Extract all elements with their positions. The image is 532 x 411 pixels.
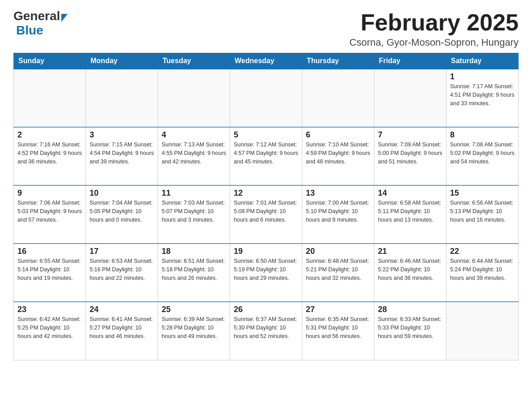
day-header-monday: Monday	[86, 53, 158, 69]
calendar-day-cell: 2Sunrise: 7:16 AM Sunset: 4:52 PM Daylig…	[14, 127, 86, 185]
day-number: 19	[234, 247, 298, 256]
day-info: Sunrise: 6:50 AM Sunset: 5:19 PM Dayligh…	[234, 257, 298, 282]
day-number: 14	[378, 188, 442, 198]
day-info: Sunrise: 7:16 AM Sunset: 4:52 PM Dayligh…	[17, 141, 82, 166]
day-info: Sunrise: 7:04 AM Sunset: 5:05 PM Dayligh…	[90, 199, 154, 224]
day-number: 2	[17, 130, 82, 140]
calendar-day-cell: 10Sunrise: 7:04 AM Sunset: 5:05 PM Dayli…	[86, 185, 158, 244]
calendar-day-cell: 3Sunrise: 7:15 AM Sunset: 4:54 PM Daylig…	[86, 127, 158, 185]
logo-triangle-icon	[61, 14, 68, 22]
day-info: Sunrise: 6:48 AM Sunset: 5:21 PM Dayligh…	[306, 257, 370, 282]
day-number: 1	[450, 72, 515, 81]
day-info: Sunrise: 7:06 AM Sunset: 5:03 PM Dayligh…	[17, 199, 82, 224]
day-info: Sunrise: 6:39 AM Sunset: 5:28 PM Dayligh…	[162, 315, 226, 340]
calendar-day-cell: 11Sunrise: 7:03 AM Sunset: 5:07 PM Dayli…	[158, 185, 230, 244]
day-info: Sunrise: 6:58 AM Sunset: 5:11 PM Dayligh…	[378, 199, 442, 224]
day-info: Sunrise: 6:42 AM Sunset: 5:25 PM Dayligh…	[17, 315, 82, 340]
calendar-day-cell	[158, 69, 230, 127]
day-header-thursday: Thursday	[302, 53, 374, 69]
title-area: February 2025 Csorna, Gyor-Moson-Sopron,…	[349, 9, 519, 48]
day-info: Sunrise: 7:08 AM Sunset: 5:02 PM Dayligh…	[450, 141, 515, 166]
day-info: Sunrise: 7:10 AM Sunset: 4:59 PM Dayligh…	[306, 141, 370, 166]
calendar-day-cell	[86, 69, 158, 127]
day-info: Sunrise: 6:46 AM Sunset: 5:22 PM Dayligh…	[378, 257, 442, 282]
day-info: Sunrise: 6:44 AM Sunset: 5:24 PM Dayligh…	[450, 257, 515, 282]
day-number: 22	[450, 247, 515, 256]
day-info: Sunrise: 6:55 AM Sunset: 5:14 PM Dayligh…	[17, 257, 82, 282]
day-number: 17	[90, 247, 154, 256]
day-info: Sunrise: 6:35 AM Sunset: 5:31 PM Dayligh…	[306, 315, 370, 340]
calendar-week-row: 2Sunrise: 7:16 AM Sunset: 4:52 PM Daylig…	[14, 127, 519, 185]
day-number: 18	[162, 247, 226, 256]
calendar-day-cell	[14, 69, 86, 127]
day-number: 15	[450, 188, 515, 198]
calendar-day-cell: 4Sunrise: 7:13 AM Sunset: 4:55 PM Daylig…	[158, 127, 230, 185]
day-number: 13	[306, 188, 370, 198]
month-title: February 2025	[349, 9, 519, 36]
calendar-day-cell: 23Sunrise: 6:42 AM Sunset: 5:25 PM Dayli…	[14, 302, 86, 360]
calendar-day-cell	[446, 302, 519, 360]
day-info: Sunrise: 6:37 AM Sunset: 5:30 PM Dayligh…	[234, 315, 298, 340]
calendar-day-cell: 6Sunrise: 7:10 AM Sunset: 4:59 PM Daylig…	[302, 127, 374, 185]
calendar-day-cell	[302, 69, 374, 127]
calendar-table: SundayMondayTuesdayWednesdayThursdayFrid…	[13, 53, 519, 360]
day-info: Sunrise: 6:53 AM Sunset: 5:16 PM Dayligh…	[90, 257, 154, 282]
day-number: 12	[234, 188, 298, 198]
day-number: 23	[17, 305, 82, 314]
calendar-week-row: 9Sunrise: 7:06 AM Sunset: 5:03 PM Daylig…	[14, 185, 519, 244]
day-number: 4	[162, 130, 226, 140]
day-info: Sunrise: 6:51 AM Sunset: 5:18 PM Dayligh…	[162, 257, 226, 282]
calendar-day-cell: 9Sunrise: 7:06 AM Sunset: 5:03 PM Daylig…	[14, 185, 86, 244]
day-number: 21	[378, 247, 442, 256]
day-info: Sunrise: 6:41 AM Sunset: 5:27 PM Dayligh…	[90, 315, 154, 340]
logo: General Blue	[13, 9, 68, 38]
day-header-saturday: Saturday	[446, 53, 519, 69]
day-info: Sunrise: 7:01 AM Sunset: 5:08 PM Dayligh…	[234, 199, 298, 224]
calendar-day-cell: 15Sunrise: 6:56 AM Sunset: 5:13 PM Dayli…	[446, 185, 519, 244]
calendar-day-cell: 14Sunrise: 6:58 AM Sunset: 5:11 PM Dayli…	[374, 185, 446, 244]
day-number: 8	[450, 130, 515, 140]
calendar-day-cell: 8Sunrise: 7:08 AM Sunset: 5:02 PM Daylig…	[446, 127, 519, 185]
day-info: Sunrise: 7:00 AM Sunset: 5:10 PM Dayligh…	[306, 199, 370, 224]
day-info: Sunrise: 7:12 AM Sunset: 4:57 PM Dayligh…	[234, 141, 298, 166]
logo-general-text: General	[13, 9, 60, 23]
day-number: 28	[378, 305, 442, 314]
calendar-day-cell: 18Sunrise: 6:51 AM Sunset: 5:18 PM Dayli…	[158, 244, 230, 302]
day-number: 25	[162, 305, 226, 314]
day-info: Sunrise: 7:03 AM Sunset: 5:07 PM Dayligh…	[162, 199, 226, 224]
calendar-day-cell: 16Sunrise: 6:55 AM Sunset: 5:14 PM Dayli…	[14, 244, 86, 302]
calendar-day-cell: 7Sunrise: 7:09 AM Sunset: 5:00 PM Daylig…	[374, 127, 446, 185]
day-info: Sunrise: 7:15 AM Sunset: 4:54 PM Dayligh…	[90, 141, 154, 166]
day-number: 9	[17, 188, 82, 198]
day-number: 26	[234, 305, 298, 314]
calendar-day-cell: 1Sunrise: 7:17 AM Sunset: 4:51 PM Daylig…	[446, 69, 519, 127]
day-header-sunday: Sunday	[14, 53, 86, 69]
calendar-week-row: 1Sunrise: 7:17 AM Sunset: 4:51 PM Daylig…	[14, 69, 519, 127]
day-number: 27	[306, 305, 370, 314]
calendar-day-cell	[374, 69, 446, 127]
day-number: 16	[17, 247, 82, 256]
calendar-week-row: 16Sunrise: 6:55 AM Sunset: 5:14 PM Dayli…	[14, 244, 519, 302]
page-header: General Blue February 2025 Csorna, Gyor-…	[13, 9, 519, 48]
day-number: 5	[234, 130, 298, 140]
day-info: Sunrise: 6:56 AM Sunset: 5:13 PM Dayligh…	[450, 199, 515, 224]
calendar-day-cell: 27Sunrise: 6:35 AM Sunset: 5:31 PM Dayli…	[302, 302, 374, 360]
calendar-day-cell	[230, 69, 302, 127]
calendar-day-cell: 22Sunrise: 6:44 AM Sunset: 5:24 PM Dayli…	[446, 244, 519, 302]
calendar-day-cell: 25Sunrise: 6:39 AM Sunset: 5:28 PM Dayli…	[158, 302, 230, 360]
day-info: Sunrise: 7:13 AM Sunset: 4:55 PM Dayligh…	[162, 141, 226, 166]
calendar-day-cell: 28Sunrise: 6:33 AM Sunset: 5:33 PM Dayli…	[374, 302, 446, 360]
calendar-day-cell: 13Sunrise: 7:00 AM Sunset: 5:10 PM Dayli…	[302, 185, 374, 244]
day-number: 6	[306, 130, 370, 140]
calendar-day-cell: 20Sunrise: 6:48 AM Sunset: 5:21 PM Dayli…	[302, 244, 374, 302]
calendar-day-cell: 19Sunrise: 6:50 AM Sunset: 5:19 PM Dayli…	[230, 244, 302, 302]
day-number: 20	[306, 247, 370, 256]
calendar-day-cell: 26Sunrise: 6:37 AM Sunset: 5:30 PM Dayli…	[230, 302, 302, 360]
day-header-friday: Friday	[374, 53, 446, 69]
logo-blue-text: Blue	[16, 23, 68, 38]
calendar-day-cell: 5Sunrise: 7:12 AM Sunset: 4:57 PM Daylig…	[230, 127, 302, 185]
day-header-wednesday: Wednesday	[230, 53, 302, 69]
calendar-day-cell: 17Sunrise: 6:53 AM Sunset: 5:16 PM Dayli…	[86, 244, 158, 302]
day-number: 24	[90, 305, 154, 314]
day-number: 3	[90, 130, 154, 140]
